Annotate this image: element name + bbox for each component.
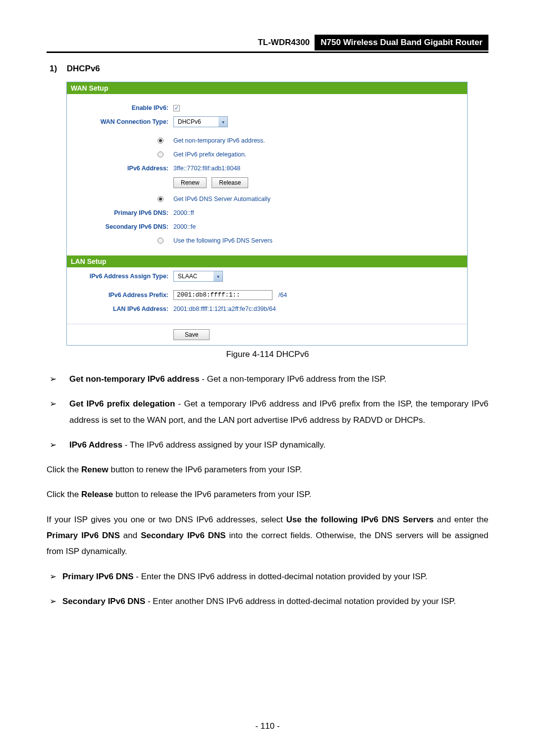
radio-non-temp-addr[interactable] bbox=[158, 138, 163, 144]
bullet-primary-dns: ➢ Primary IPv6 DNS - Enter the DNS IPv6 … bbox=[50, 569, 488, 585]
page-header: TL-WDR4300 N750 Wireless Dual Band Gigab… bbox=[47, 35, 488, 53]
assign-type-label: IPv6 Address Assign Type: bbox=[67, 273, 173, 280]
prefix-label: IPv6 Address Prefix: bbox=[67, 292, 173, 299]
lan-addr-label: LAN IPv6 Address: bbox=[67, 305, 173, 312]
radio-prefix-delegation[interactable] bbox=[158, 151, 163, 157]
primary-dns-value: 2000::ff bbox=[173, 209, 467, 216]
bullet-list-dns: ➢ Primary IPv6 DNS - Enter the DNS IPv6 … bbox=[50, 569, 488, 610]
wan-setup-title: WAN Setup bbox=[67, 82, 467, 94]
bullet-arrow-icon: ➢ bbox=[50, 569, 62, 585]
wan-setup-body: Enable IPv6: ✓ WAN Connection Type: DHCP… bbox=[67, 94, 467, 255]
section-title: DHCPv6 bbox=[67, 64, 100, 73]
chevron-down-icon: ▾ bbox=[218, 117, 227, 127]
lan-setup-body: IPv6 Address Assign Type: SLAAC ▾ IPv6 A… bbox=[67, 267, 467, 324]
section-number: 1) bbox=[50, 64, 64, 74]
release-button[interactable]: Release bbox=[212, 177, 248, 188]
bullet-list-main: ➢ Get non-temporary IPv6 address - Get a… bbox=[50, 371, 488, 453]
para-dns-info: If your ISP gives you one or two DNS IPv… bbox=[47, 512, 488, 560]
primary-dns-label: Primary IPv6 DNS: bbox=[67, 209, 173, 216]
chevron-down-icon: ▾ bbox=[214, 271, 222, 281]
radio-non-temp-addr-label: Get non-temporary IPv6 address. bbox=[173, 137, 467, 144]
bullet-arrow-icon: ➢ bbox=[50, 594, 62, 609]
save-button[interactable]: Save bbox=[173, 329, 210, 340]
para-renew: Click the Renew button to renew the IPv6… bbox=[47, 462, 488, 478]
wan-conn-type-label: WAN Connection Type: bbox=[67, 118, 173, 125]
radio-dns-auto[interactable] bbox=[158, 196, 163, 202]
ipv6-address-label: IPv6 Address: bbox=[67, 165, 173, 172]
renew-button[interactable]: Renew bbox=[173, 177, 207, 188]
radio-prefix-delegation-label: Get IPv6 prefix delegation. bbox=[173, 151, 467, 158]
lan-addr-value: 2001:db8:ffff:1:12f1:a2ff:fe7c:d39b/64 bbox=[173, 305, 467, 312]
para-release: Click the Release button to release the … bbox=[47, 487, 488, 503]
prefix-input[interactable]: 2001:db8:ffff:1:: bbox=[173, 290, 272, 300]
section-heading: 1) DHCPv6 bbox=[50, 64, 488, 74]
lan-setup-title: LAN Setup bbox=[67, 255, 467, 267]
bullet-non-temp-addr: ➢ Get non-temporary IPv6 address - Get a… bbox=[50, 371, 488, 387]
wan-conn-type-value: DHCPv6 bbox=[174, 118, 218, 125]
secondary-dns-label: Secondary IPv6 DNS: bbox=[67, 223, 173, 230]
enable-ipv6-checkbox[interactable]: ✓ bbox=[173, 105, 180, 111]
bullet-arrow-icon: ➢ bbox=[50, 371, 69, 387]
assign-type-select[interactable]: SLAAC ▾ bbox=[173, 271, 223, 282]
secondary-dns-value: 2000::fe bbox=[173, 223, 467, 230]
radio-dns-manual[interactable] bbox=[158, 238, 163, 244]
model-label: TL-WDR4300 bbox=[253, 36, 315, 50]
assign-type-value: SLAAC bbox=[174, 273, 214, 280]
ipv6-address-value: 3ffe::7702:f8f:adb1:8048 bbox=[173, 165, 467, 172]
bullet-arrow-icon: ➢ bbox=[50, 437, 69, 453]
bullet-prefix-delegation: ➢ Get IPv6 prefix delegation - Get a tem… bbox=[50, 396, 488, 428]
figure-caption: Figure 4-114 DHCPv6 bbox=[47, 350, 488, 359]
bullet-ipv6-address: ➢ IPv6 Address - The IPv6 address assign… bbox=[50, 437, 488, 453]
radio-dns-manual-label: Use the following IPv6 DNS Servers bbox=[173, 237, 467, 244]
enable-ipv6-label: Enable IPv6: bbox=[67, 104, 173, 111]
prefix-suffix: /64 bbox=[278, 292, 287, 299]
radio-dns-auto-label: Get IPv6 DNS Server Automatically bbox=[173, 196, 467, 202]
page-number: - 110 - bbox=[0, 721, 535, 731]
config-panel: WAN Setup Enable IPv6: ✓ WAN Connection … bbox=[66, 82, 468, 346]
wan-conn-type-select[interactable]: DHCPv6 ▾ bbox=[173, 116, 228, 127]
product-description: N750 Wireless Dual Band Gigabit Router bbox=[315, 35, 488, 50]
bullet-secondary-dns: ➢ Secondary IPv6 DNS - Enter another DNS… bbox=[50, 594, 488, 609]
save-section: Save bbox=[67, 324, 467, 345]
bullet-arrow-icon: ➢ bbox=[50, 396, 69, 428]
